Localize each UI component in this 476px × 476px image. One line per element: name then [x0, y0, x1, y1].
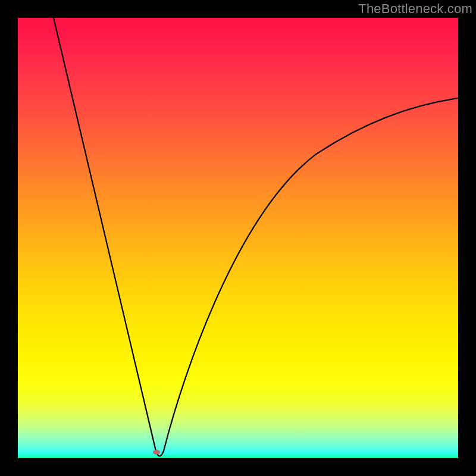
plot-area [18, 18, 458, 458]
watermark-text: TheBottleneck.com [358, 1, 472, 17]
curve-path [54, 18, 458, 456]
bottleneck-curve [18, 18, 458, 458]
chart-frame: TheBottleneck.com [0, 0, 476, 476]
optimal-point-marker [153, 450, 160, 455]
